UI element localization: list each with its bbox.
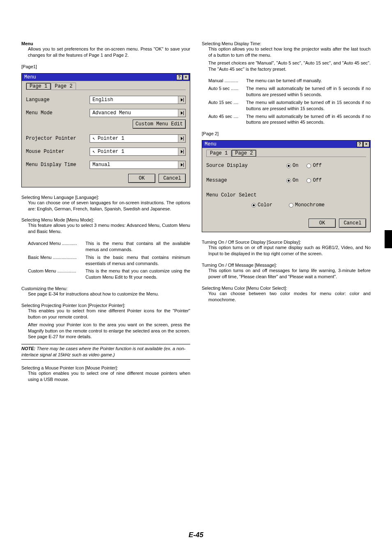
on-label: On <box>293 178 298 183</box>
menu-color-body: You can choose between two color modes f… <box>208 291 371 303</box>
heading-menu: Menu <box>21 41 190 46</box>
menu-mode-value: Advanced Menu <box>92 110 131 116</box>
proj-pointer-heading: Selecting Projecting Pointer Icon [Proje… <box>21 303 190 308</box>
color-label: Color <box>258 202 272 208</box>
right-column: Selecting Menu Display Time: This option… <box>202 41 371 384</box>
projector-pointer-dropdown[interactable]: ↖ Pointer 1 <box>90 134 186 143</box>
auto5-def: The menu will automatically be turned of… <box>246 85 371 98</box>
basic-menu-def: This is the basic menu that contains min… <box>85 254 190 267</box>
custom-menu-def: This is the menu that you can customize … <box>85 268 190 280</box>
radio-icon <box>286 178 291 183</box>
selecting-language-body: You can choose one of seven languages fo… <box>28 200 190 212</box>
note-body: There may be cases where the Pointer fun… <box>21 346 185 357</box>
radio-icon <box>289 203 293 208</box>
custom-menu-edit-button[interactable]: Custom Menu Edit <box>133 120 186 129</box>
ok-button[interactable]: OK <box>128 174 155 183</box>
auto45-def: The menu will automatically be turned of… <box>246 113 371 126</box>
basic-menu-term: Basic Menu ................... <box>28 254 85 267</box>
menu-display-time-label: Menu Display Time <box>26 162 90 168</box>
mouse-pointer-dropdown[interactable]: ↖ Pointer 1 <box>90 148 186 156</box>
advanced-menu-term: Advanced Menu ............ <box>28 240 85 253</box>
page1-label: [Page1] <box>21 64 190 69</box>
menu-mode-label: Menu Mode <box>26 110 90 116</box>
mouse-pointer-value: Pointer 1 <box>98 149 125 155</box>
source-display-label: Source Display <box>206 163 270 169</box>
menu-color-mono-radio[interactable]: Monochrome <box>289 202 325 208</box>
source-display-body: This option turns on or off input name d… <box>208 245 371 257</box>
radio-icon <box>307 164 311 168</box>
radio-icon <box>251 203 256 208</box>
selecting-mode-heading: Selecting Menu Mode [Menu Mode]: <box>21 217 190 222</box>
projector-pointer-label: Projector Pointer <box>26 136 90 141</box>
source-display-off-radio[interactable]: Off <box>307 163 322 169</box>
help-icon[interactable]: ? <box>176 74 182 80</box>
customizing-heading: Customizing the Menu: <box>21 286 190 291</box>
cancel-button[interactable]: Cancel <box>159 174 186 183</box>
dialog2-tabs: Page 1 Page 2 <box>206 148 366 157</box>
menu-mode-dropdown[interactable]: Advanced Menu <box>90 109 186 117</box>
custom-menu-term: Custom Menu ............... <box>28 268 85 280</box>
message-heading: Turning On / Off Message [Message]: <box>202 263 371 268</box>
note-box: NOTE: There may be cases where the Point… <box>21 344 190 360</box>
dropdown-arrow-icon[interactable] <box>178 161 185 169</box>
message-label: Message <box>206 178 270 183</box>
dropdown-arrow-icon[interactable] <box>178 109 185 117</box>
menu-color-select-label: Menu Color Select <box>206 192 366 198</box>
tab-page1[interactable]: Page 1 <box>26 83 51 90</box>
auto15-term: Auto 15 sec .... <box>208 99 246 112</box>
menu-description: Allows you to set preferences for the on… <box>28 46 190 58</box>
radio-icon <box>307 178 311 183</box>
selecting-mode-body: This feature allows you to select 3 menu… <box>28 222 190 235</box>
cancel-button[interactable]: Cancel <box>339 219 366 228</box>
tab-page2[interactable]: Page 2 <box>51 83 76 90</box>
selecting-language-heading: Selecting Menu Language [Language]: <box>21 195 190 200</box>
dialog2-title: Menu <box>203 141 217 147</box>
tab-page2[interactable]: Page 2 <box>231 150 256 157</box>
manual-term: Manual ........... <box>208 78 246 84</box>
monochrome-label: Monochrome <box>295 202 325 208</box>
off-label: Off <box>313 178 322 183</box>
message-off-radio[interactable]: Off <box>307 178 322 183</box>
mouse-pointer-heading: Selecting a Mouse Pointer Icon [Mouse Po… <box>21 365 190 370</box>
customizing-body: See page E-34 for instructions about how… <box>28 291 190 297</box>
projector-pointer-value: Pointer 1 <box>98 136 125 141</box>
side-index-tab <box>385 230 392 248</box>
pointer-icon: ↖ <box>92 149 95 154</box>
mouse-pointer-body: This option enables you to select one of… <box>28 370 190 383</box>
page2-label: [Page 2] <box>202 131 371 136</box>
dialog1-titlebar: Menu ? × <box>22 74 190 81</box>
tab-page1[interactable]: Page 1 <box>206 150 231 157</box>
menu-dialog-page1: Menu ? × Page 1 Page 2 Language English <box>21 73 190 187</box>
radio-icon <box>286 164 291 168</box>
help-icon[interactable]: ? <box>357 141 363 147</box>
note-label: NOTE: <box>21 346 35 351</box>
off-label: Off <box>313 163 322 169</box>
auto45-term: Auto 45 sec .... <box>208 113 246 126</box>
dialog1-tabs: Page 1 Page 2 <box>26 81 186 90</box>
language-dropdown[interactable]: English <box>90 96 186 104</box>
on-label: On <box>293 163 298 169</box>
auto15-def: The menu will automatically be turned of… <box>246 99 371 112</box>
message-on-radio[interactable]: On <box>286 178 298 183</box>
left-column: Menu Allows you to set preferences for t… <box>21 41 190 384</box>
menu-display-time-dropdown[interactable]: Manual <box>90 161 186 169</box>
dropdown-arrow-icon[interactable] <box>178 96 185 104</box>
menu-display-time-value: Manual <box>92 162 110 168</box>
menu-color-color-radio[interactable]: Color <box>251 202 272 208</box>
message-body: This option turns on and off messages fo… <box>208 268 371 280</box>
source-display-on-radio[interactable]: On <box>286 163 298 169</box>
close-icon[interactable]: × <box>183 74 189 80</box>
close-icon[interactable]: × <box>363 141 369 147</box>
proj-pointer-body1: This enables you to select from nine dif… <box>28 308 190 320</box>
manual-def: The menu can be turned off manually. <box>246 78 322 84</box>
dialog2-titlebar: Menu ? × <box>202 141 370 148</box>
dialog1-title: Menu <box>23 74 36 80</box>
mdtime-body1: This option allows you to select how lon… <box>208 46 371 58</box>
mouse-pointer-label: Mouse Pointer <box>26 149 90 155</box>
dropdown-arrow-icon[interactable] <box>178 135 185 142</box>
language-value: English <box>92 97 113 103</box>
mdtime-body2: The preset choices are "Manual", "Auto 5… <box>208 60 371 72</box>
dropdown-arrow-icon[interactable] <box>178 148 185 155</box>
proj-pointer-body2: After moving your Pointer icon to the ar… <box>28 322 190 340</box>
ok-button[interactable]: OK <box>309 219 336 228</box>
